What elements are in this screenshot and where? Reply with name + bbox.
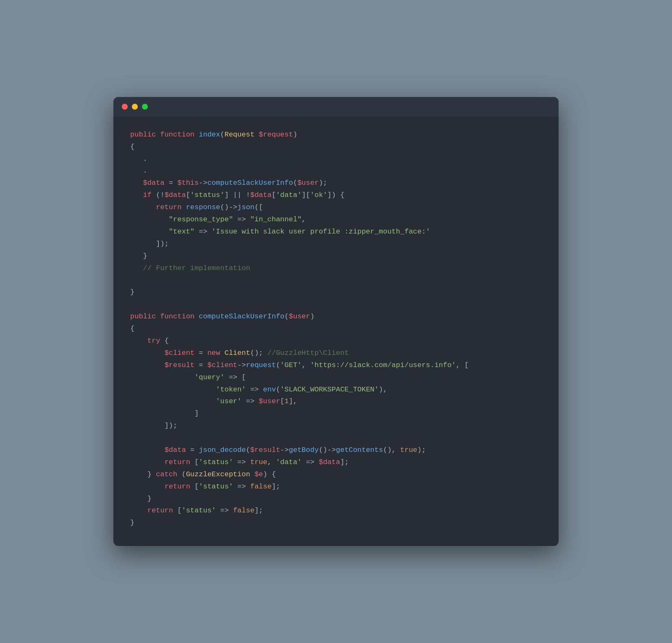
code-block: public function index(Request $request) …	[130, 129, 542, 529]
close-button[interactable]	[122, 104, 128, 110]
minimize-button[interactable]	[132, 104, 138, 110]
code-editor-window: public function index(Request $request) …	[113, 97, 559, 546]
maximize-button[interactable]	[142, 104, 148, 110]
titlebar	[113, 97, 559, 116]
code-area: public function index(Request $request) …	[113, 116, 559, 546]
